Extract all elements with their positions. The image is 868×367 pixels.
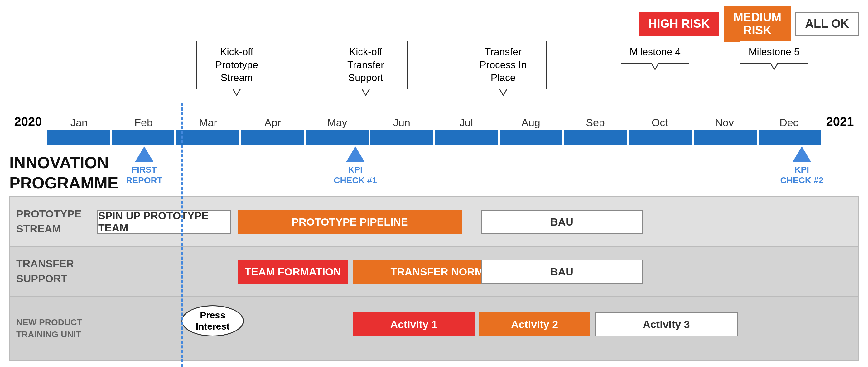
milestone-label: KPICHECK #1 bbox=[334, 165, 377, 186]
task-activity1: Activity 1 bbox=[353, 312, 474, 336]
task-prototype-pipeline: PROTOTYPE PIPELINE bbox=[238, 210, 462, 234]
task-bau-transfer: BAU bbox=[481, 260, 643, 284]
timeline-segment-jun bbox=[370, 130, 433, 144]
month-jul: Jul bbox=[434, 116, 499, 129]
milestone-kpi2: KPICHECK #2 bbox=[780, 146, 823, 186]
task-team-formation: TEAM FORMATION bbox=[238, 260, 348, 284]
callout-kickoff-transfer: Kick-off TransferSupport bbox=[323, 40, 408, 90]
timeline-segment-feb bbox=[112, 130, 175, 144]
swimlane-transfer-content: TEAM FORMATION TRANSFER NORMING BAU bbox=[97, 247, 858, 296]
month-may: May bbox=[305, 116, 369, 129]
month-apr: Apr bbox=[240, 116, 305, 129]
months-row: 2020 Jan Feb Mar Apr May Jun Jul Aug Sep… bbox=[9, 111, 859, 129]
timeline-segment-dec bbox=[758, 130, 822, 144]
milestone-triangle bbox=[793, 146, 811, 162]
timeline-segment-may bbox=[306, 130, 369, 144]
task-spin-up: SPIN UP PROTOTYPE TEAM bbox=[97, 210, 231, 234]
timeline-segment-jan bbox=[47, 130, 110, 144]
milestone-label: FIRSTREPORT bbox=[126, 165, 162, 186]
task-bau-prototype: BAU bbox=[481, 210, 643, 234]
month-dec: Dec bbox=[757, 116, 821, 129]
dashed-vertical-line bbox=[182, 103, 183, 367]
milestone-triangle bbox=[135, 146, 153, 162]
month-jun: Jun bbox=[369, 116, 434, 129]
timeline-segment-sep bbox=[564, 130, 627, 144]
timeline-segment-oct bbox=[629, 130, 692, 144]
swimlane-training: NEW PRODUCTTRAINING UNIT PressInterest A… bbox=[10, 297, 858, 360]
main-content-area: PROTOTYPESTREAM SPIN UP PROTOTYPE TEAM P… bbox=[9, 196, 859, 361]
press-interest-oval: PressInterest bbox=[182, 305, 244, 336]
swimlane-training-content: PressInterest Activity 1 Activity 2 Acti… bbox=[97, 297, 858, 360]
legend: HIGH RISK MEDIUMRISK ALL OK bbox=[639, 6, 859, 42]
task-activity3: Activity 3 bbox=[595, 312, 738, 336]
milestone-first-report: FIRSTREPORT bbox=[126, 146, 162, 186]
callout-transfer-process: Transfer Process InPlace bbox=[460, 40, 547, 90]
swimlane-prototype-label: PROTOTYPESTREAM bbox=[10, 206, 97, 236]
callout-milestone-4: Milestone 4 bbox=[621, 40, 689, 64]
task-activity2: Activity 2 bbox=[479, 312, 590, 336]
timeline-segment-nov bbox=[694, 130, 757, 144]
month-sep: Sep bbox=[563, 116, 628, 129]
month-aug: Aug bbox=[499, 116, 563, 129]
timeline-segment-apr bbox=[241, 130, 304, 144]
callout-milestone-5: Milestone 5 bbox=[740, 40, 808, 64]
month-mar: Mar bbox=[176, 116, 240, 129]
year-start-label: 2020 bbox=[9, 115, 47, 129]
legend-high-risk: HIGH RISK bbox=[639, 12, 719, 36]
swimlane-transfer-label: TRANSFERSUPPORT bbox=[10, 257, 97, 286]
timeline-segment-aug bbox=[500, 130, 563, 144]
milestone-label: KPICHECK #2 bbox=[780, 165, 823, 186]
callout-kickoff-prototype: Kick-off PrototypeStream bbox=[196, 40, 277, 90]
milestone-triangle bbox=[346, 146, 365, 162]
legend-all-ok: ALL OK bbox=[795, 12, 859, 36]
swimlane-prototype-content: SPIN UP PROTOTYPE TEAM PROTOTYPE PIPELIN… bbox=[97, 197, 858, 246]
year-end-label: 2021 bbox=[821, 115, 859, 129]
timeline-segment-jul bbox=[435, 130, 498, 144]
month-feb: Feb bbox=[111, 116, 176, 129]
timeline-bar bbox=[9, 130, 859, 144]
swimlane-prototype: PROTOTYPESTREAM SPIN UP PROTOTYPE TEAM P… bbox=[10, 197, 858, 247]
legend-medium-risk: MEDIUMRISK bbox=[724, 6, 791, 42]
swimlane-training-label: NEW PRODUCTTRAINING UNIT bbox=[10, 316, 97, 340]
milestones-row: FIRSTREPORT KPICHECK #1 KPICHECK #2 bbox=[47, 146, 859, 193]
month-jan: Jan bbox=[47, 116, 111, 129]
milestone-kpi1: KPICHECK #1 bbox=[334, 146, 377, 186]
callouts-row: Kick-off PrototypeStream Kick-off Transf… bbox=[9, 40, 859, 103]
month-nov: Nov bbox=[692, 116, 757, 129]
month-oct: Oct bbox=[628, 116, 692, 129]
timeline-segment-mar bbox=[176, 130, 239, 144]
swimlane-transfer: TRANSFERSUPPORT TEAM FORMATION TRANSFER … bbox=[10, 247, 858, 297]
